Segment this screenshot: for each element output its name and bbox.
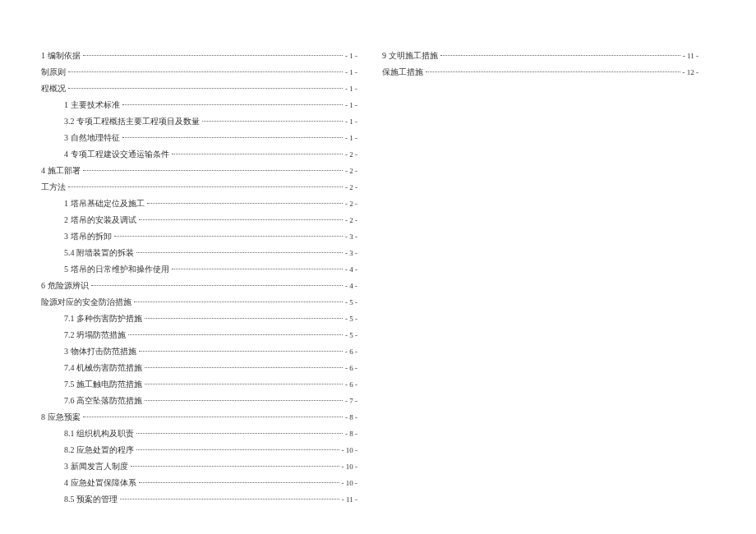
- toc-entry: 工方法- 2 -: [41, 181, 357, 194]
- toc-entry: 7.4 机械伤害防范措施- 6 -: [41, 361, 357, 375]
- toc-column-left: 1 编制依据- 1 -制原则- 1 -程概况- 1 -1 主要技术标准- 1 -…: [41, 49, 382, 501]
- toc-page-number: - 5 -: [345, 329, 357, 341]
- toc-leader-dots: [440, 55, 680, 56]
- toc-leader-dots: [91, 285, 343, 286]
- toc-label: 7.5 施工触电防范措施: [64, 378, 142, 391]
- toc-label: 4 应急处置保障体系: [64, 476, 136, 490]
- toc-entry: 8.2 应急处置的程序- 10 -: [41, 444, 357, 457]
- toc-leader-dots: [145, 367, 343, 368]
- toc-label: 3 塔吊的拆卸: [64, 230, 112, 243]
- toc-label: 3 新闻发言人制度: [64, 460, 128, 473]
- toc-label: 9 文明施工措施: [382, 49, 438, 62]
- toc-page-number: - 8 -: [345, 428, 357, 440]
- toc-page-number: - 1 -: [345, 50, 357, 62]
- toc-entry: 3 物体打击防范措施- 6 -: [41, 345, 357, 358]
- toc-label: 程概况: [41, 82, 66, 95]
- toc-label: 1 塔吊基础定位及施工: [64, 197, 145, 210]
- toc-entry: 3.2 专项工程概括主要工程项目及数量- 1 -: [41, 115, 357, 128]
- toc-entry: 5.4 附墙装置的拆装- 3 -: [41, 246, 357, 260]
- toc-leader-dots: [134, 302, 343, 302]
- toc-label: 险源对应的安全防治措施: [41, 296, 131, 309]
- toc-label: 工方法: [41, 181, 66, 194]
- toc-entry: 制原则- 1 -: [41, 66, 357, 79]
- toc-leader-dots: [120, 499, 339, 499]
- toc-label: 5.4 附墙装置的拆装: [64, 246, 134, 260]
- toc-label: 5 塔吊的日常维护和操作使用: [64, 263, 169, 276]
- toc-page-number: - 6 -: [345, 379, 357, 390]
- toc-entry: 3 塔吊的拆卸- 3 -: [41, 230, 357, 243]
- toc-entry: 3 自然地理特征- 1 -: [41, 131, 357, 145]
- toc-leader-dots: [122, 137, 343, 138]
- toc-page-number: - 4 -: [345, 264, 357, 275]
- toc-entry: 1 编制依据- 1 -: [41, 49, 357, 62]
- toc-label: 8 应急预案: [41, 411, 81, 424]
- toc-page-number: - 6 -: [345, 346, 357, 357]
- toc-leader-dots: [114, 236, 343, 237]
- toc-label: 4 专项工程建设交通运输条件: [64, 148, 169, 161]
- toc-entry: 8 应急预案- 8 -: [41, 411, 357, 424]
- toc-leader-dots: [83, 55, 343, 56]
- toc-label: 7.2 坍塌防范措施: [64, 329, 126, 342]
- toc-page-number: - 10 -: [342, 477, 358, 489]
- toc-leader-dots: [68, 186, 343, 187]
- toc-leader-dots: [131, 466, 339, 467]
- toc-entry: 5 塔吊的日常维护和操作使用- 4 -: [41, 263, 357, 276]
- toc-leader-dots: [139, 219, 343, 220]
- toc-entry: 程概况- 1 -: [41, 82, 357, 95]
- toc-leader-dots: [136, 252, 343, 253]
- toc-page-number: - 2 -: [345, 198, 357, 209]
- toc-page-number: - 11 -: [683, 50, 698, 62]
- toc-page-number: - 11 -: [342, 494, 357, 505]
- toc-entry: 7.2 坍塌防范措施- 5 -: [41, 329, 357, 342]
- toc-page-number: - 2 -: [345, 149, 357, 160]
- toc-page-number: - 2 -: [345, 182, 357, 193]
- toc-page-number: - 1 -: [345, 116, 357, 127]
- toc-label: 2 塔吊的安装及调试: [64, 214, 136, 227]
- toc-label: 6 危险源辨识: [41, 279, 89, 292]
- toc-leader-dots: [122, 104, 343, 105]
- toc-leader-dots: [145, 318, 343, 319]
- toc-page-number: - 1 -: [345, 132, 357, 144]
- toc-label: 8.2 应急处置的程序: [64, 444, 134, 457]
- toc-label: 1 编制依据: [41, 49, 81, 62]
- toc-entry: 7.5 施工触电防范措施- 6 -: [41, 378, 357, 391]
- toc-label: 制原则: [41, 66, 66, 79]
- toc-page-number: - 5 -: [345, 313, 357, 325]
- toc-leader-dots: [202, 121, 343, 122]
- toc-label: 7.1 多种伤害防护措施: [64, 312, 142, 325]
- toc-entry: 9 文明施工措施- 11 -: [382, 49, 698, 62]
- toc-entry: 1 主要技术标准- 1 -: [41, 99, 357, 112]
- toc-label: 保施工措施: [382, 66, 423, 79]
- toc-page-number: - 1 -: [345, 67, 357, 78]
- toc-leader-dots: [68, 88, 343, 89]
- toc-page-number: - 12 -: [683, 67, 699, 78]
- toc-label: 3 物体打击防范措施: [64, 345, 136, 358]
- toc-entry: 保施工措施- 12 -: [382, 66, 698, 79]
- toc-leader-dots: [145, 384, 343, 384]
- toc-leader-dots: [83, 417, 343, 417]
- toc-page-number: - 7 -: [345, 395, 357, 407]
- toc-page-number: - 6 -: [345, 362, 357, 374]
- toc-page-number: - 3 -: [345, 231, 357, 242]
- toc-label: 4 施工部署: [41, 164, 81, 177]
- toc-entry: 4 专项工程建设交通运输条件- 2 -: [41, 148, 357, 161]
- toc-label: 1 主要技术标准: [64, 99, 120, 112]
- toc-label: 7.4 机械伤害防范措施: [64, 361, 142, 375]
- toc-label: 7.6 高空坠落防范措施: [64, 394, 142, 407]
- toc-entry: 7.6 高空坠落防范措施- 7 -: [41, 394, 357, 407]
- toc-entry: 7.1 多种伤害防护措施- 5 -: [41, 312, 357, 325]
- toc-page-number: - 10 -: [342, 444, 358, 456]
- toc-entry: 4 应急处置保障体系- 10 -: [41, 476, 357, 490]
- toc-entry: 2 塔吊的安装及调试- 2 -: [41, 214, 357, 227]
- toc-entry: 6 危险源辨识- 4 -: [41, 279, 357, 292]
- toc-page-number: - 5 -: [345, 297, 357, 308]
- toc-entry: 4 施工部署- 2 -: [41, 164, 357, 177]
- toc-leader-dots: [426, 71, 680, 72]
- toc-page-number: - 10 -: [342, 461, 358, 472]
- toc-label: 8.1 组织机构及职责: [64, 427, 134, 440]
- toc-leader-dots: [139, 351, 343, 352]
- toc-leader-dots: [83, 170, 343, 171]
- toc-entry: 3 新闻发言人制度- 10 -: [41, 460, 357, 473]
- toc-leader-dots: [128, 334, 343, 335]
- toc-entry: 1 塔吊基础定位及施工- 2 -: [41, 197, 357, 210]
